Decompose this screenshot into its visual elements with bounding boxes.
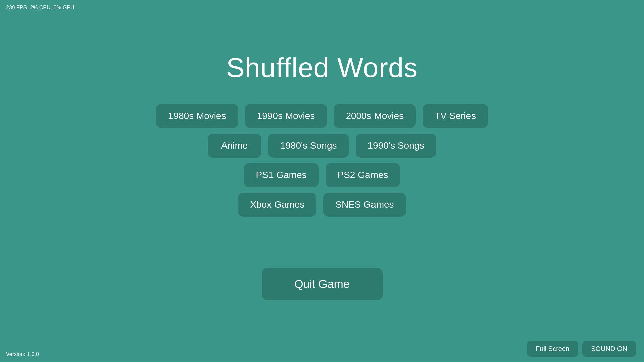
category-btn-tv-series[interactable]: TV Series xyxy=(423,104,488,128)
category-row-2: PS1 GamesPS2 Games xyxy=(244,163,400,187)
category-row-1: Anime1980's Songs1990's Songs xyxy=(208,134,437,158)
category-btn-1980s-movies[interactable]: 1980s Movies xyxy=(156,104,238,128)
category-row-0: 1980s Movies1990s Movies2000s MoviesTV S… xyxy=(156,104,488,128)
category-btn-xbox-games[interactable]: Xbox Games xyxy=(238,193,316,217)
category-btn-2000s-movies[interactable]: 2000s Movies xyxy=(334,104,416,128)
category-row-3: Xbox GamesSNES Games xyxy=(238,193,406,217)
page-title: Shuffled Words xyxy=(0,52,644,84)
category-btn-ps1-games[interactable]: PS1 Games xyxy=(244,163,319,187)
category-btn-1980-s-songs[interactable]: 1980's Songs xyxy=(268,134,349,158)
category-btn-1990s-movies[interactable]: 1990s Movies xyxy=(245,104,327,128)
bottom-controls: Full Screen SOUND ON xyxy=(527,341,636,357)
quit-button[interactable]: Quit Game xyxy=(262,268,383,300)
fullscreen-button[interactable]: Full Screen xyxy=(527,341,578,357)
version-label: Version: 1.0.0 xyxy=(6,351,39,357)
fps-counter: 239 FPS, 2% CPU, 0% GPU xyxy=(6,5,75,11)
category-btn-ps2-games[interactable]: PS2 Games xyxy=(326,163,400,187)
sound-button[interactable]: SOUND ON xyxy=(582,341,636,357)
category-btn-anime[interactable]: Anime xyxy=(208,134,261,158)
category-btn-1990-s-songs[interactable]: 1990's Songs xyxy=(356,134,437,158)
category-grid: 1980s Movies1990s Movies2000s MoviesTV S… xyxy=(0,104,644,217)
category-btn-snes-games[interactable]: SNES Games xyxy=(323,193,406,217)
